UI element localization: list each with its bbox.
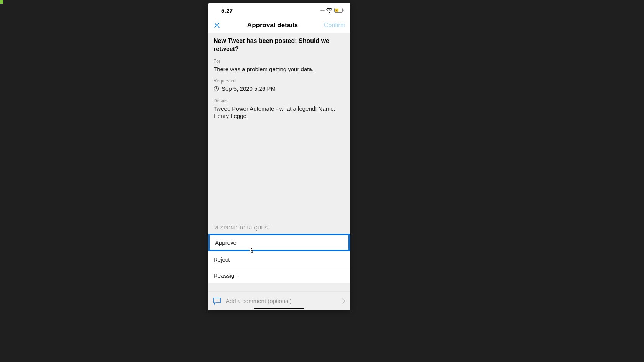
accent-corner-decoration bbox=[0, 0, 3, 4]
reassign-option-label: Reassign bbox=[214, 272, 238, 279]
approve-option-label: Approve bbox=[215, 239, 237, 246]
details-field: Details Tweet: Power Automate - what a l… bbox=[214, 98, 345, 120]
signal-dots-icon: •••• bbox=[320, 8, 324, 13]
nav-header: Approval details Confirm bbox=[208, 17, 350, 33]
for-value: There was a problem getting your data. bbox=[214, 66, 345, 73]
reassign-option[interactable]: Reassign bbox=[208, 267, 350, 283]
approve-option[interactable]: Approve bbox=[208, 234, 350, 251]
svg-rect-2 bbox=[343, 10, 344, 11]
respond-options: Approve Reject Reassign bbox=[208, 234, 350, 283]
status-indicators: •••• bbox=[320, 8, 344, 13]
comment-icon bbox=[213, 297, 221, 305]
requested-value: Sep 5, 2020 5:26 PM bbox=[222, 85, 276, 93]
nav-title: Approval details bbox=[247, 21, 298, 29]
home-indicator bbox=[254, 308, 304, 309]
comment-input[interactable] bbox=[226, 298, 338, 304]
reject-option-label: Reject bbox=[214, 256, 230, 263]
details-block: New Tweet has been posted; Should we ret… bbox=[208, 33, 350, 120]
chevron-right-icon[interactable] bbox=[342, 298, 345, 304]
clock-icon bbox=[214, 86, 219, 92]
content-area: New Tweet has been posted; Should we ret… bbox=[208, 33, 350, 310]
approval-title: New Tweet has been posted; Should we ret… bbox=[214, 37, 345, 53]
status-time: 5:27 bbox=[221, 7, 233, 14]
confirm-button[interactable]: Confirm bbox=[324, 22, 345, 29]
respond-section: RESPOND TO REQUEST Approve Reject Reassi… bbox=[208, 225, 350, 283]
requested-label: Requested bbox=[214, 78, 345, 84]
close-button[interactable] bbox=[213, 21, 221, 29]
details-label: Details bbox=[214, 98, 345, 103]
reject-option[interactable]: Reject bbox=[208, 251, 350, 267]
respond-label: RESPOND TO REQUEST bbox=[208, 225, 350, 234]
for-field: For There was a problem getting your dat… bbox=[214, 59, 345, 73]
for-label: For bbox=[214, 59, 345, 64]
comment-bar bbox=[208, 291, 350, 310]
requested-field: Requested Sep 5, 2020 5:26 PM bbox=[214, 78, 345, 93]
status-bar: 5:27 •••• bbox=[208, 3, 350, 17]
wifi-icon bbox=[326, 8, 332, 13]
phone-frame: 5:27 •••• Approval details Confirm New T… bbox=[208, 3, 350, 310]
battery-icon bbox=[334, 8, 344, 13]
details-value: Tweet: Power Automate - what a legend! N… bbox=[214, 105, 345, 120]
